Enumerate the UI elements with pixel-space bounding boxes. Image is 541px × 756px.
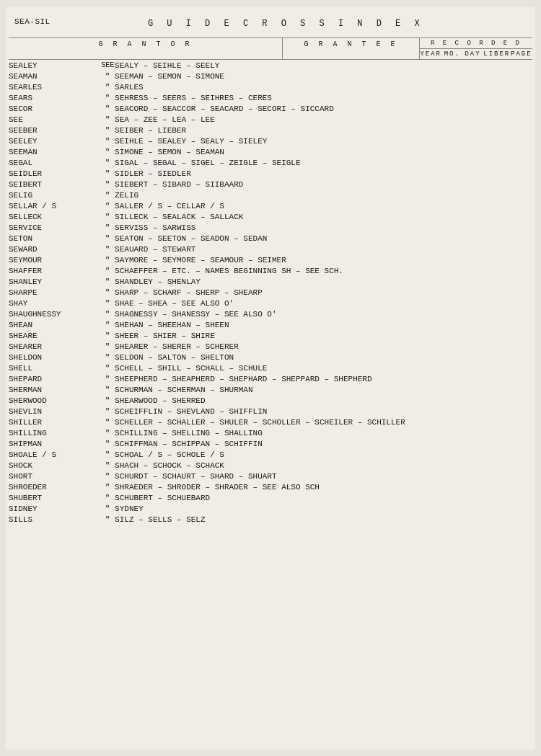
recorded-cell — [412, 135, 532, 146]
table-row: SHEAN"SHEHAN – SHEEHAN – SHEEN — [9, 319, 532, 330]
table-row: SHARPE"SHARP – SCHARF – SHERP – SHEARP — [9, 287, 532, 298]
see-cell: " — [100, 395, 115, 406]
table-row: SHEARE"SHEER – SHIER – SHIRE — [9, 330, 532, 341]
recorded-cell — [412, 503, 532, 514]
grantee-cell: SILZ – SELLS – SELZ — [115, 514, 412, 525]
table-row: SEWARD"SEAUARD – STEWART — [9, 244, 532, 254]
grantor-cell: SHORT — [9, 471, 100, 481]
see-cell: " — [100, 492, 115, 503]
recorded-cell — [412, 211, 532, 222]
recorded-cell — [412, 395, 532, 406]
grantor-cell: SHEARE — [9, 330, 100, 341]
grantee-cell: SELDON – SALTON – SHELTON — [115, 352, 412, 363]
see-cell: " — [100, 363, 115, 373]
recorded-cell — [412, 514, 532, 525]
see-cell: " — [100, 168, 115, 179]
see-cell: " — [100, 298, 115, 308]
page-container: SEA-SIL G U I D E C R O S S I N D E X G … — [6, 7, 535, 750]
table-row: SELLAR / S"SALLER / S – CELLAR / S — [9, 200, 532, 211]
grantee-cell: SEACORD – SEACCOR – SEACARD – SECORI – S… — [115, 103, 412, 114]
grantor-cell: SHERMAN — [9, 384, 100, 395]
recorded-cell — [412, 319, 532, 330]
table-row: SEARLES"SARLES — [9, 81, 532, 92]
see-cell: " — [100, 514, 115, 525]
grantor-cell: SHEVLIN — [9, 406, 100, 417]
grantee-cell: SCHURDT – SCHAURT – SHARD – SHUART — [115, 471, 412, 481]
see-cell: " — [100, 254, 115, 265]
grantor-cell: SEIDLER — [9, 168, 100, 179]
see-cell: " — [100, 222, 115, 233]
recorded-cell — [412, 71, 532, 81]
grantor-cell: SHARPE — [9, 287, 100, 298]
header-left: SEA-SIL — [14, 17, 50, 33]
grantor-cell: SHEARER — [9, 341, 100, 352]
see-cell: " — [100, 406, 115, 417]
recorded-cell — [412, 233, 532, 244]
see-cell: " — [100, 276, 115, 287]
grantee-cell: SIEBERT – SIBARD – SIIBAARD — [115, 179, 412, 190]
recorded-cell — [412, 308, 532, 319]
see-cell: " — [100, 341, 115, 352]
table-row: SERVICE"SERVISS – SARWISS — [9, 222, 532, 233]
grantor-cell: SHANLEY — [9, 276, 100, 287]
recorded-cell — [412, 341, 532, 352]
see-cell: " — [100, 92, 115, 103]
see-cell: " — [100, 81, 115, 92]
see-cell: " — [100, 157, 115, 168]
grantee-header: G R A N T E E — [283, 38, 420, 59]
table-row: SELIG"ZELIG — [9, 190, 532, 200]
recorded-cell — [412, 417, 532, 427]
table-row: SHELDON"SELDON – SALTON – SHELTON — [9, 352, 532, 363]
see-cell: " — [100, 308, 115, 319]
grantor-cell: SEE — [9, 114, 100, 125]
table-row: SHELL"SCHELL – SHILL – SCHALL – SCHULE — [9, 363, 532, 373]
grantee-cell: SCHAEFFER – ETC. – NAMES BEGINNING SH – … — [115, 265, 412, 276]
recorded-cell — [412, 114, 532, 125]
grantee-cell: SHAE – SHEA – SEE ALSO O' — [115, 298, 412, 308]
see-cell: " — [100, 481, 115, 492]
grantee-cell: SCHUBERT – SCHUEBARD — [115, 492, 412, 503]
grantee-cell: SCHELL – SHILL – SCHALL – SCHULE — [115, 363, 412, 373]
grantor-cell: SELIG — [9, 190, 100, 200]
see-cell: " — [100, 135, 115, 146]
grantor-cell: SIDNEY — [9, 503, 100, 514]
recorded-cell — [412, 298, 532, 308]
see-cell: " — [100, 319, 115, 330]
grantor-cell: SILLS — [9, 514, 100, 525]
grantor-cell: SHERWOOD — [9, 395, 100, 406]
grantor-cell: SEIBERT — [9, 179, 100, 190]
see-cell: " — [100, 244, 115, 254]
recorded-cell — [412, 81, 532, 92]
grantee-cell: SIMONE – SEMON – SEAMAN — [115, 146, 412, 157]
grantee-cell: SHEEPHERD – SHEAPHERD – SHEPHARD – SHEPP… — [115, 373, 412, 384]
grantee-cell: SHANDLEY – SHENLAY — [115, 276, 412, 287]
grantee-cell: SEEMAN – SEMON – SIMONE — [115, 71, 412, 81]
grantor-cell: SECOR — [9, 103, 100, 114]
column-headers: G R A N T O R G R A N T E E R E C O R D … — [9, 37, 532, 60]
grantee-cell: SHAGNESSY – SHANESSY – SEE ALSO O' — [115, 308, 412, 319]
year-header: YEAR — [420, 50, 441, 58]
grantee-cell: SHARP – SCHARF – SHERP – SHEARP — [115, 287, 412, 298]
recorded-cell — [412, 449, 532, 460]
recorded-subheaders: YEAR MO. DAY LIBER PAGE — [420, 49, 532, 59]
recorded-cell — [412, 471, 532, 481]
table-row: SILLS"SILZ – SELLS – SELZ — [9, 514, 532, 525]
day-header: DAY — [462, 50, 483, 58]
grantee-cell: SEAUARD – STEWART — [115, 244, 412, 254]
grantee-cell: SEHRESS – SEERS – SEIHRES – CERES — [115, 92, 412, 103]
grantor-cell: SEGAL — [9, 157, 100, 168]
table-row: SELLECK"SILLECK – SEALACK – SALLACK — [9, 211, 532, 222]
see-cell: " — [100, 146, 115, 157]
see-cell: " — [100, 103, 115, 114]
see-cell: " — [100, 125, 115, 135]
grantor-cell: SHAY — [9, 298, 100, 308]
see-cell: " — [100, 471, 115, 481]
grantee-cell: SHRAEDER – SHRODER – SHRADER – SEE ALSO … — [115, 481, 412, 492]
page-header: PAGE — [511, 50, 532, 58]
see-cell: " — [100, 352, 115, 363]
grantor-cell: SEEMAN — [9, 146, 100, 157]
table-row: SHORT"SCHURDT – SCHAURT – SHARD – SHUART — [9, 471, 532, 481]
table-row: SHERMAN"SCHURMAN – SCHERMAN – SHURMAN — [9, 384, 532, 395]
recorded-cell — [412, 222, 532, 233]
grantor-cell: SELLAR / S — [9, 200, 100, 211]
